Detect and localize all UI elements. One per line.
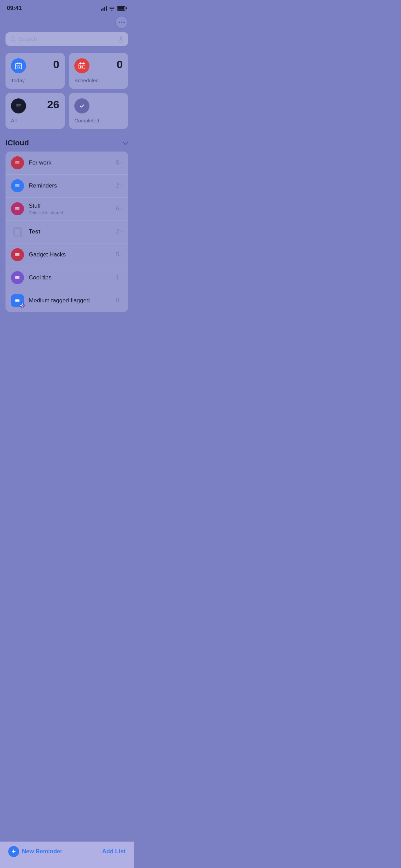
svg-point-35 [15, 207, 16, 208]
reminders-icon [11, 179, 24, 192]
stuff-subtitle: This list is shared [29, 210, 111, 215]
all-label: All [11, 118, 59, 123]
completed-icon [74, 98, 89, 113]
svg-point-37 [15, 209, 16, 210]
smart-card-all[interactable]: 26 All [5, 93, 65, 129]
search-input[interactable]: Search [19, 36, 116, 43]
smart-lists-grid: 29 0 Today 0 Schedu [0, 53, 134, 136]
list-item-for-work[interactable]: For work 5 › [5, 152, 128, 174]
gadget-hacks-name-wrap: Gadget Hacks [29, 251, 111, 258]
list-item-reminders[interactable]: Reminders 2 › [5, 174, 128, 197]
status-icons [101, 6, 127, 11]
medium-tagged-icon [11, 294, 24, 307]
today-icon: 29 [11, 58, 26, 73]
for-work-name-wrap: For work [29, 159, 111, 166]
svg-text:29: 29 [17, 66, 20, 69]
svg-rect-61 [22, 307, 22, 308]
smart-card-completed[interactable]: Completed [69, 93, 128, 129]
scheduled-icon [74, 58, 89, 73]
list-item-gadget-hacks[interactable]: Gadget Hacks 5 › [5, 243, 128, 266]
stuff-name-wrap: Stuff This list is shared [29, 203, 111, 215]
svg-point-30 [15, 185, 16, 186]
medium-tagged-chevron-icon: › [121, 298, 123, 303]
cool-tips-name: Cool tips [29, 274, 111, 281]
list-item-cool-tips[interactable]: Cool tips 1 › [5, 266, 128, 289]
cool-tips-count: 1 [116, 275, 119, 281]
today-label: Today [11, 77, 59, 83]
list-item-stuff[interactable]: Stuff This list is shared 6 › [5, 197, 128, 220]
gadget-hacks-count: 5 [116, 252, 119, 258]
test-name-wrap: Test [29, 228, 111, 235]
stuff-chevron-icon: › [121, 206, 123, 212]
more-button[interactable] [115, 16, 128, 29]
stuff-name: Stuff [29, 203, 111, 209]
medium-tagged-name: Medium tagged flagged [29, 297, 111, 304]
svg-point-29 [15, 184, 16, 185]
svg-rect-17 [82, 67, 83, 68]
test-icon [11, 225, 24, 238]
medium-tagged-count: 0 [116, 298, 119, 304]
svg-point-43 [15, 253, 16, 254]
signal-icon [101, 6, 107, 11]
search-bar[interactable]: Search [5, 32, 128, 46]
stuff-icon [11, 202, 24, 215]
today-count: 0 [53, 58, 59, 71]
search-icon [10, 36, 16, 42]
icloud-section-header: iCloud [0, 136, 134, 152]
all-count: 26 [47, 98, 59, 111]
svg-point-23 [15, 161, 16, 162]
cool-tips-right: 1 › [116, 275, 123, 281]
gadget-hacks-right: 5 › [116, 252, 123, 258]
svg-point-50 [15, 277, 16, 278]
mic-icon [119, 36, 123, 43]
list-item-medium-tagged[interactable]: Medium tagged flagged 0 › [5, 289, 128, 312]
svg-point-36 [15, 208, 16, 209]
svg-point-55 [15, 299, 16, 300]
svg-point-49 [15, 276, 16, 277]
svg-point-56 [15, 300, 16, 301]
scheduled-count: 0 [117, 58, 123, 71]
for-work-count: 5 [116, 160, 119, 166]
medium-tagged-right: 0 › [116, 298, 123, 304]
reminders-name-wrap: Reminders [29, 182, 111, 189]
svg-rect-2 [120, 36, 122, 40]
for-work-right: 5 › [116, 160, 123, 166]
svg-rect-62 [20, 305, 21, 305]
svg-point-57 [15, 301, 16, 302]
svg-point-19 [79, 103, 85, 109]
svg-rect-16 [80, 67, 81, 68]
for-work-name: For work [29, 159, 111, 166]
status-time: 09:41 [7, 5, 22, 12]
svg-line-1 [14, 40, 16, 42]
scheduled-label: Scheduled [74, 77, 123, 83]
reminders-name: Reminders [29, 182, 111, 189]
cool-tips-name-wrap: Cool tips [29, 274, 111, 281]
cool-tips-chevron-icon: › [121, 275, 123, 280]
stuff-count: 6 [116, 206, 119, 212]
stuff-right: 6 › [116, 206, 123, 212]
status-bar: 09:41 [0, 0, 134, 14]
smart-card-today[interactable]: 29 0 Today [5, 53, 65, 89]
icloud-title: iCloud [5, 138, 29, 147]
reminders-count: 2 [116, 183, 119, 189]
reminders-right: 2 › [116, 183, 123, 189]
smart-card-scheduled[interactable]: 0 Scheduled [69, 53, 128, 89]
svg-point-25 [15, 164, 16, 164]
test-name: Test [29, 228, 111, 235]
all-icon [11, 98, 26, 113]
test-count: 2 [116, 229, 119, 235]
svg-rect-14 [80, 66, 81, 67]
list-item-test[interactable]: Test 2 › [5, 220, 128, 243]
reminders-chevron-icon: › [121, 183, 123, 189]
svg-point-31 [15, 186, 16, 187]
battery-icon [117, 6, 127, 11]
for-work-icon [11, 156, 24, 169]
svg-point-45 [15, 255, 16, 256]
svg-point-24 [15, 162, 16, 163]
cool-tips-icon [11, 271, 24, 284]
medium-tagged-name-wrap: Medium tagged flagged [29, 297, 111, 304]
svg-rect-15 [82, 66, 83, 67]
test-right: 2 › [116, 229, 123, 235]
icloud-chevron-icon[interactable] [123, 140, 128, 147]
more-button-container [0, 14, 134, 32]
